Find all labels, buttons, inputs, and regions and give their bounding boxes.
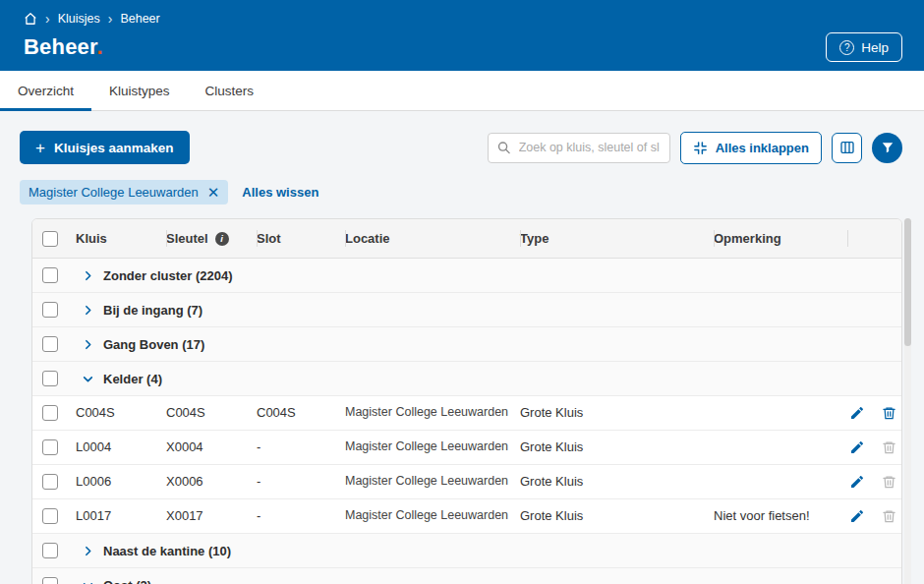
group-label: Kelder (4) — [103, 372, 162, 386]
group-checkbox[interactable] — [42, 267, 58, 283]
row-checkbox[interactable] — [42, 508, 58, 524]
group-label: Zonder cluster (2204) — [103, 268, 233, 283]
table-header: Kluis Sleuteli Slot Locatie Type Opmerki… — [32, 219, 901, 259]
plus-icon: + — [35, 140, 45, 156]
table-wrap: Kluis Sleuteli Slot Locatie Type Opmerki… — [31, 218, 902, 584]
filter-icon — [881, 141, 895, 154]
cell-locatie: Magister College Leeuwarden — [345, 474, 520, 490]
cell-kluis: L0017 — [76, 508, 166, 524]
group-label: Oost (2) — [103, 578, 151, 584]
delete-button[interactable] — [882, 405, 896, 421]
group-row[interactable]: Naast de kantine (10) — [32, 534, 901, 568]
chevron-right-icon[interactable] — [82, 338, 94, 351]
group-checkbox[interactable] — [42, 577, 58, 584]
columns-button[interactable] — [832, 133, 862, 163]
active-filters: Magister College Leeuwarden ✕ Alles wiss… — [0, 164, 924, 204]
app-header: › Kluisjes › Beheer Beheer. ? Help — [0, 0, 924, 71]
group-checkbox[interactable] — [42, 302, 58, 318]
row-checkbox[interactable] — [42, 439, 58, 455]
edit-button[interactable] — [849, 508, 865, 524]
group-checkbox[interactable] — [42, 543, 58, 558]
table-scrollbar[interactable] — [904, 218, 911, 584]
chevron-down-icon[interactable] — [82, 579, 94, 584]
search-input[interactable] — [488, 133, 670, 163]
filter-chip-label: Magister College Leeuwarden — [29, 185, 199, 200]
select-all-checkbox[interactable] — [42, 231, 58, 247]
help-button-label: Help — [861, 40, 889, 55]
title-accent-dot: . — [97, 34, 103, 59]
tab-clusters[interactable]: Clusters — [188, 71, 272, 110]
delete-button[interactable] — [882, 439, 896, 455]
column-header-kluis: Kluis — [76, 219, 166, 258]
cell-sleutel: X0004 — [166, 439, 257, 455]
filter-button[interactable] — [872, 133, 902, 163]
table-row: L0006 X0006 - Magister College Leeuwarde… — [32, 465, 901, 499]
info-icon[interactable]: i — [215, 232, 229, 246]
table-row: L0017 X0017 - Magister College Leeuwarde… — [32, 499, 901, 534]
delete-button[interactable] — [882, 508, 896, 524]
cell-sleutel: C004S — [166, 405, 257, 421]
question-icon: ? — [839, 40, 854, 55]
group-row[interactable]: Bij de ingang (7) — [32, 293, 901, 327]
tab-bar: Overzicht Kluistypes Clusters — [0, 71, 924, 111]
row-checkbox[interactable] — [42, 474, 58, 490]
breadcrumb-separator-icon: › — [108, 12, 113, 26]
breadcrumb-separator-icon: › — [45, 12, 50, 26]
chip-close-icon[interactable]: ✕ — [207, 185, 220, 200]
cell-kluis: C004S — [76, 405, 166, 421]
group-checkbox[interactable] — [42, 371, 58, 386]
cell-type: Grote Kluis — [520, 439, 714, 455]
chevron-right-icon[interactable] — [82, 545, 94, 557]
help-button[interactable]: ? Help — [826, 32, 902, 62]
create-lockers-button[interactable]: + Kluisjes aanmaken — [20, 131, 190, 164]
cell-locatie: Magister College Leeuwarden — [345, 439, 520, 455]
collapse-all-label: Alles inklappen — [716, 141, 809, 155]
edit-button[interactable] — [849, 439, 865, 455]
chevron-right-icon[interactable] — [82, 269, 94, 282]
columns-icon — [839, 140, 855, 155]
breadcrumb: › Kluisjes › Beheer — [24, 10, 902, 28]
breadcrumb-beheer[interactable]: Beheer — [120, 12, 159, 26]
column-header-sleutel: Sleuteli — [166, 219, 257, 258]
group-row[interactable]: Zonder cluster (2204) — [32, 259, 901, 293]
cell-sleutel: X0006 — [166, 474, 257, 490]
group-label: Naast de kantine (10) — [103, 544, 231, 558]
cell-slot: - — [257, 439, 345, 455]
collapse-all-button[interactable]: Alles inklappen — [680, 132, 822, 164]
group-row[interactable]: Kelder (4) — [32, 362, 901, 396]
lockers-table: Kluis Sleuteli Slot Locatie Type Opmerki… — [31, 218, 902, 584]
tab-kluistypes[interactable]: Kluistypes — [91, 71, 188, 110]
group-row[interactable]: Gang Boven (17) — [32, 327, 901, 362]
search-box — [488, 133, 670, 163]
page-title: Beheer. — [24, 34, 103, 60]
tab-overzicht[interactable]: Overzicht — [0, 71, 91, 110]
row-checkbox[interactable] — [42, 405, 58, 421]
table-row: L0004 X0004 - Magister College Leeuwarde… — [32, 431, 901, 465]
cell-type: Grote Kluis — [520, 474, 714, 490]
edit-button[interactable] — [849, 474, 865, 490]
cell-opmerking: Niet voor fietsen! — [714, 508, 847, 524]
delete-button[interactable] — [882, 474, 896, 490]
cell-slot: - — [257, 508, 345, 524]
collapse-icon — [693, 141, 708, 155]
clear-all-filters-link[interactable]: Alles wissen — [242, 185, 318, 200]
cell-type: Grote Kluis — [520, 405, 714, 421]
search-icon — [496, 141, 511, 155]
breadcrumb-kluisjes[interactable]: Kluisjes — [58, 12, 100, 26]
column-header-type: Type — [520, 219, 714, 258]
toolbar: + Kluisjes aanmaken Alles inklappen — [0, 111, 924, 164]
group-row[interactable]: Oost (2) — [32, 568, 901, 584]
edit-button[interactable] — [849, 405, 865, 421]
table-body: Zonder cluster (2204) Bij de ingang (7) … — [32, 259, 901, 584]
create-lockers-label: Kluisjes aanmaken — [54, 141, 174, 155]
cell-slot: C004S — [257, 405, 345, 421]
scrollbar-thumb[interactable] — [904, 218, 911, 346]
chevron-down-icon[interactable] — [82, 373, 94, 385]
cell-locatie: Magister College Leeuwarden — [345, 508, 520, 524]
column-header-locatie: Locatie — [345, 219, 520, 258]
chevron-right-icon[interactable] — [82, 304, 94, 317]
column-header-opmerking: Opmerking — [714, 219, 847, 258]
cell-kluis: L0004 — [76, 439, 166, 455]
group-checkbox[interactable] — [42, 336, 58, 352]
home-icon[interactable] — [24, 12, 37, 26]
